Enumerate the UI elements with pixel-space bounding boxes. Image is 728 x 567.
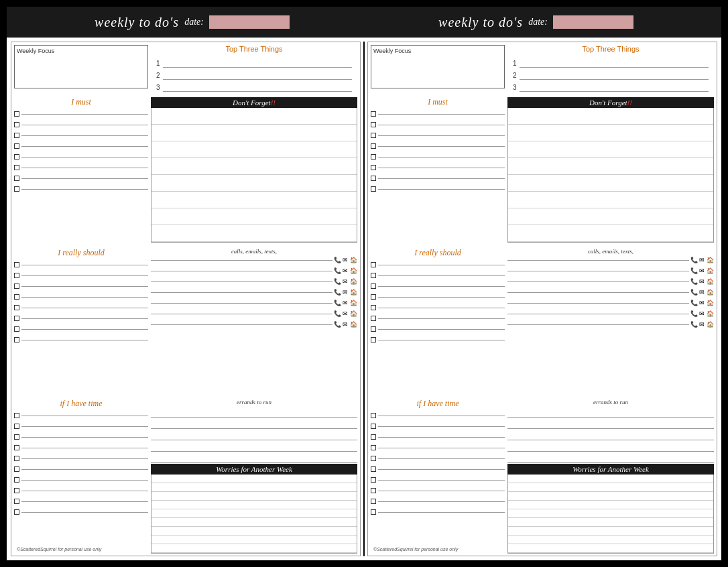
left-date-label: date:	[184, 17, 204, 27]
left-footer-brand: ©ScatteredSquirrel for personal use only	[14, 546, 357, 553]
right-errands-title: errands to run	[507, 399, 714, 405]
panel-divider	[363, 42, 365, 556]
right-if-time-title: if I have time	[371, 399, 505, 409]
right-date-label: date:	[528, 17, 548, 27]
left-top-three-1: 1	[156, 58, 352, 68]
left-errands: errands to run	[151, 399, 357, 464]
left-i-really-title: I really should	[14, 248, 148, 258]
right-must-section: I must Don't Forget!!	[371, 97, 714, 243]
header-left: weekly to do's date:	[95, 15, 290, 30]
right-errands: errands to run	[507, 399, 714, 464]
left-must-row-5	[14, 151, 148, 162]
left-top-three-2: 2	[156, 70, 352, 80]
left-title: weekly to do's	[95, 15, 179, 30]
left-i-must-title: I must	[14, 97, 148, 107]
left-must-row-2	[14, 119, 148, 130]
left-errands-title: errands to run	[151, 399, 357, 405]
left-must-row-4	[14, 141, 148, 151]
right-top-section: Weekly Focus Top Three Things 1 2 3	[371, 45, 714, 92]
right-top-three-2: 2	[513, 70, 709, 80]
left-must-row-8	[14, 184, 148, 194]
left-dont-forget-header: Don't Forget!!	[151, 97, 357, 108]
left-calls-title: calls, emails, texts,	[151, 248, 357, 255]
right-dont-forget: Don't Forget!!	[507, 97, 714, 243]
right-weekly-focus-label: Weekly Focus	[373, 48, 502, 54]
right-iftime-section: if I have time errands to run	[371, 399, 714, 544]
right-top-three-title: Top Three Things	[513, 45, 709, 53]
left-worries-header: Worries for Another Week	[151, 464, 357, 475]
left-must-row-1	[14, 109, 148, 119]
main-content: Weekly Focus Top Three Things 1 2 3	[7, 38, 721, 560]
left-iftime-section: if I have time errands to run	[14, 399, 357, 544]
right-i-really-title: I really should	[371, 248, 505, 258]
right-panel: Weekly Focus Top Three Things 1 2 3	[367, 42, 717, 556]
right-errands-worries: errands to run Worries for Another Week	[507, 399, 714, 544]
left-calls: calls, emails, texts, 📞 ✉ 🏠 📞 ✉ 🏠 📞 ✉ 🏠 …	[151, 248, 357, 393]
left-i-must: I must	[14, 97, 148, 243]
right-worries: Worries for Another Week	[507, 464, 714, 554]
left-top-three-title: Top Three Things	[156, 45, 352, 53]
left-date-input[interactable]	[209, 15, 290, 29]
right-really-section: I really should calls, emails, texts, 📞 …	[371, 248, 714, 393]
right-dont-forget-lines	[507, 108, 714, 243]
right-i-really: I really should	[371, 248, 505, 393]
right-dont-forget-header: Don't Forget!!	[507, 97, 714, 108]
right-i-must-title: I must	[371, 97, 505, 107]
right-date-input[interactable]	[553, 15, 633, 29]
left-weekly-focus-label: Weekly Focus	[17, 48, 145, 54]
left-dont-forget-lines	[151, 108, 357, 243]
left-top-three: Top Three Things 1 2 3	[151, 45, 357, 92]
left-must-row-7	[14, 173, 148, 184]
header-right: weekly to do's date:	[438, 15, 633, 30]
right-top-three-1: 1	[513, 58, 709, 68]
right-calls: calls, emails, texts, 📞 ✉ 🏠 📞 ✉ 🏠 📞 ✉ 🏠 …	[507, 248, 714, 393]
right-footer-brand: ©ScatteredSquirrel for personal use only	[371, 546, 714, 553]
left-dont-forget: Don't Forget!!	[151, 97, 357, 243]
left-errands-worries: errands to run Worries for Another Week	[151, 399, 357, 544]
left-worries-lines	[151, 475, 357, 554]
header: weekly to do's date: weekly to do's date…	[7, 7, 721, 38]
right-i-must: I must	[371, 97, 505, 243]
right-top-three-3: 3	[513, 82, 709, 92]
left-top-section: Weekly Focus Top Three Things 1 2 3	[14, 45, 357, 92]
right-worries-header: Worries for Another Week	[507, 464, 714, 475]
left-weekly-focus: Weekly Focus	[14, 45, 148, 88]
right-if-time: if I have time	[371, 399, 505, 544]
left-panel: Weekly Focus Top Three Things 1 2 3	[11, 42, 361, 556]
left-must-row-3	[14, 130, 148, 141]
left-if-time-title: if I have time	[14, 399, 148, 409]
right-weekly-focus: Weekly Focus	[371, 45, 505, 88]
left-if-time: if I have time	[14, 399, 148, 544]
right-top-three: Top Three Things 1 2 3	[507, 45, 714, 92]
left-worries: Worries for Another Week	[151, 464, 357, 554]
left-must-row-6	[14, 162, 148, 173]
left-top-three-3: 3	[156, 82, 352, 92]
right-calls-title: calls, emails, texts,	[507, 248, 714, 255]
left-must-section: I must Don't Forget!!	[14, 97, 357, 243]
left-really-section: I really should calls, emails, texts, 📞 …	[14, 248, 357, 393]
left-i-really: I really should	[14, 248, 148, 393]
right-worries-lines	[507, 475, 714, 554]
right-title: weekly to do's	[438, 15, 523, 30]
